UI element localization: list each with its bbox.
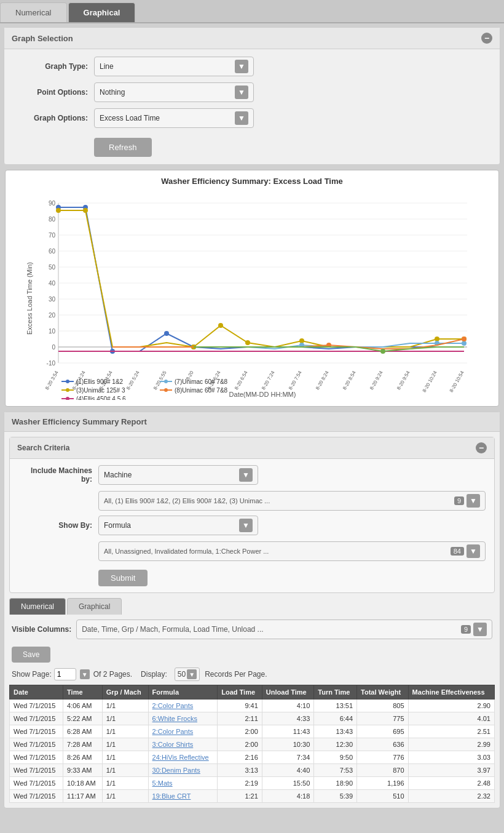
point-options-arrow[interactable]: ▼ [235, 86, 248, 99]
svg-text:(3)Unimac 125# 3: (3)Unimac 125# 3 [76, 387, 125, 394]
machines-list-arrow[interactable]: ▼ [467, 494, 480, 508]
table-cell: 1/1 [102, 699, 148, 712]
formula-link[interactable]: 3:Color Shirts [148, 738, 218, 751]
table-cell: 5:22 AM [63, 712, 103, 725]
formula-link[interactable]: 30:Denim Pants [148, 764, 218, 777]
table-cell: 1/1 [102, 764, 148, 777]
graph-type-dropdown[interactable]: Line ▼ [94, 57, 254, 76]
search-criteria-panel: Search Criteria − Include Machines by: M… [9, 437, 495, 593]
formula-link[interactable]: 2:Color Pants [148, 699, 218, 712]
bottom-tab-numerical[interactable]: Numerical [9, 598, 66, 615]
graph-selection-body: Graph Type: Line ▼ Point Options: Nothin… [4, 49, 500, 164]
table-cell: 695 [357, 725, 409, 738]
search-criteria-header: Search Criteria − [10, 437, 494, 459]
records-dropdown-arrow[interactable]: ▼ [187, 669, 197, 679]
formula-list-control[interactable]: All, Unassigned, Invalidated formula, 1:… [98, 541, 486, 561]
table-cell: 2:16 [218, 751, 262, 764]
svg-text:20: 20 [49, 312, 56, 319]
formula-list-arrow[interactable]: ▼ [467, 544, 480, 558]
include-machines-dropdown[interactable]: Machine ▼ [98, 465, 258, 485]
svg-text:Excess Load Time (Min): Excess Load Time (Min) [26, 262, 33, 335]
col-unload-time: Unload Time [262, 685, 313, 699]
table-row: Wed 7/1/201510:18 AM1/15:Mats2:1915:5018… [10, 777, 495, 790]
point-options-dropdown[interactable]: Nothing ▼ [94, 82, 254, 102]
page-dropdown-arrow[interactable]: ▼ [80, 669, 90, 679]
table-cell: 11:43 [262, 725, 313, 738]
columns-badge: 9 [461, 625, 471, 634]
include-machines-row: Include Machines by: Machine ▼ [18, 465, 486, 485]
show-page-label: Show Page: [12, 670, 52, 679]
graph-options-label: Graph Options: [14, 114, 94, 122]
col-formula: Formula [148, 685, 218, 699]
table-cell: 1,196 [357, 777, 409, 790]
include-machines-arrow[interactable]: ▼ [239, 468, 253, 482]
tab-numerical[interactable]: Numerical [0, 2, 67, 22]
machines-list-control[interactable]: All, (1) Ellis 900# 1&2, (2) Ellis 900# … [98, 491, 486, 511]
table-row: Wed 7/1/20155:22 AM1/16:White Frocks2:11… [10, 712, 495, 725]
table-cell: 870 [357, 764, 409, 777]
table-cell: 4:33 [262, 712, 313, 725]
paging-row: Show Page: ▼ Of 2 Pages. Display: 50 ▼ R… [12, 668, 492, 681]
visible-columns-row: Visible Columns: Date, Time, Grp / Mach,… [12, 620, 492, 639]
table-cell: 2:19 [218, 777, 262, 790]
svg-text:(7)Unimac 60# 7&8: (7)Unimac 60# 7&8 [175, 378, 228, 385]
table-cell: 10:30 [262, 738, 313, 751]
tab-graphical[interactable]: Graphical [68, 2, 136, 22]
chart-legend: (1)Ellis 900# 1&2 (7)Unimac 60# 7&8 (3)U… [61, 378, 228, 400]
columns-arrow[interactable]: ▼ [473, 623, 487, 636]
table-cell: 510 [357, 790, 409, 803]
page-number-input[interactable] [54, 668, 76, 680]
table-cell: 18:90 [314, 777, 357, 790]
table-cell: 2:00 [218, 725, 262, 738]
point [218, 323, 223, 328]
save-button[interactable]: Save [12, 647, 50, 663]
table-cell: 6:44 [314, 712, 357, 725]
collapse-search-criteria[interactable]: − [476, 442, 487, 453]
svg-text:70: 70 [49, 232, 56, 239]
svg-text:8-20 9:24: 8-20 9:24 [369, 370, 384, 391]
table-cell: 1/1 [102, 790, 148, 803]
formula-link[interactable]: 6:White Frocks [148, 712, 218, 725]
table-cell: 4.01 [408, 712, 494, 725]
table-cell: 3.97 [408, 764, 494, 777]
graph-type-arrow[interactable]: ▼ [235, 60, 248, 73]
col-time: Time [63, 685, 103, 699]
machines-badge: 9 [454, 496, 464, 505]
bottom-tab-graphical[interactable]: Graphical [67, 598, 122, 615]
table-cell: 1/1 [102, 712, 148, 725]
table-cell: 1/1 [102, 738, 148, 751]
table-cell: 9:50 [314, 751, 357, 764]
table-cell: 1:21 [218, 790, 262, 803]
graph-options-dropdown[interactable]: Excess Load Time ▼ [94, 108, 254, 128]
svg-text:50: 50 [49, 264, 56, 271]
show-by-row: Show By: Formula ▼ [18, 516, 486, 535]
formula-link[interactable]: 24:HiVis Reflective [148, 751, 218, 764]
table-cell: 2.99 [408, 738, 494, 751]
point [462, 337, 467, 341]
show-by-dropdown[interactable]: Formula ▼ [98, 516, 258, 535]
visible-columns-control[interactable]: Date, Time, Grp / Mach, Formula, Load Ti… [76, 620, 492, 639]
table-row: Wed 7/1/20156:28 AM1/12:Color Pants2:001… [10, 725, 495, 738]
formula-link[interactable]: 2:Color Pants [148, 725, 218, 738]
records-per-page-control[interactable]: 50 ▼ [175, 668, 200, 681]
table-cell: 4:18 [262, 790, 313, 803]
graph-options-value: Excess Load Time [100, 114, 160, 122]
graph-type-value: Line [100, 62, 114, 71]
formula-link[interactable]: 5:Mats [148, 777, 218, 790]
table-cell: 12:30 [314, 738, 357, 751]
collapse-graph-selection[interactable]: − [481, 33, 492, 44]
y-axis: 90 80 70 60 50 40 30 20 10 0 - [47, 200, 467, 367]
submit-button[interactable]: Submit [98, 570, 148, 586]
graph-type-label: Graph Type: [14, 62, 94, 71]
table-cell: 1/1 [102, 751, 148, 764]
table-cell: 13:43 [314, 725, 357, 738]
show-by-arrow[interactable]: ▼ [239, 519, 253, 532]
formula-link[interactable]: 19:Blue CRT [148, 790, 218, 803]
graph-options-arrow[interactable]: ▼ [235, 111, 248, 125]
refresh-button[interactable]: Refresh [94, 138, 152, 157]
col-date: Date [10, 685, 63, 699]
table-cell: 9:41 [218, 699, 262, 712]
graph-type-row: Graph Type: Line ▼ [14, 57, 490, 76]
table-cell: 13:51 [314, 699, 357, 712]
point [245, 340, 250, 345]
